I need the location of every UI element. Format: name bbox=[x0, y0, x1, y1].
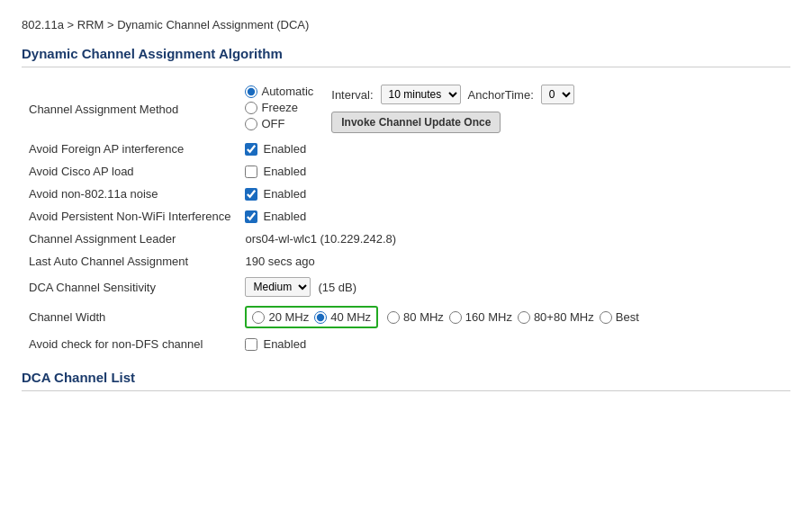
avoid-persistent-checkbox-label[interactable]: Enabled bbox=[245, 210, 783, 223]
channel-assignment-method-row: Channel Assignment Method Automatic Free… bbox=[22, 80, 790, 138]
channel-width-value: 20 MHz 40 MHz 80 MHz 160 MHz bbox=[238, 301, 790, 333]
channel-assignment-leader-label: Channel Assignment Leader bbox=[22, 228, 238, 250]
avoid-non-dfs-row: Avoid check for non-DFS channel Enabled bbox=[22, 333, 790, 355]
interval-anchor-row: Interval: 10 minutes 1 minutes 5 minutes… bbox=[331, 85, 573, 104]
channel-assignment-leader-value: ors04-wl-wlc1 (10.229.242.8) bbox=[238, 228, 790, 250]
avoid-foreign-ap-checkbox-label[interactable]: Enabled bbox=[245, 142, 783, 156]
avoid-cisco-ap-checkbox[interactable] bbox=[245, 166, 257, 178]
section1-title: Dynamic Channel Assignment Algorithm bbox=[22, 46, 790, 67]
avoid-cisco-ap-checkbox-label[interactable]: Enabled bbox=[245, 165, 783, 178]
radio-freeze-input[interactable] bbox=[245, 102, 257, 114]
avoid-foreign-ap-row: Avoid Foreign AP interference Enabled bbox=[22, 138, 790, 160]
width-best[interactable]: Best bbox=[600, 310, 639, 324]
radio-automatic[interactable]: Automatic bbox=[245, 85, 313, 98]
avoid-non-80211a-checkbox[interactable] bbox=[245, 188, 257, 201]
radio-automatic-label: Automatic bbox=[261, 85, 313, 98]
dca-sensitivity-row: DCA Channel Sensitivity Medium Low High … bbox=[22, 273, 790, 301]
channel-assignment-leader-row: Channel Assignment Leader ors04-wl-wlc1 … bbox=[22, 228, 790, 250]
radio-40mhz[interactable] bbox=[314, 311, 327, 324]
width-40mhz-label: 40 MHz bbox=[330, 310, 371, 324]
dca-sensitivity-value: Medium Low High (15 dB) bbox=[238, 273, 790, 301]
avoid-foreign-ap-enabled: Enabled bbox=[263, 142, 306, 156]
channel-width-options: 20 MHz 40 MHz 80 MHz 160 MHz bbox=[245, 306, 783, 328]
last-auto-channel-value: 190 secs ago bbox=[238, 250, 790, 273]
avoid-non-dfs-checkbox-label[interactable]: Enabled bbox=[245, 337, 783, 351]
interval-select[interactable]: 10 minutes 1 minutes 5 minutes 30 minute… bbox=[381, 85, 461, 104]
avoid-persistent-label: Avoid Persistent Non-WiFi Interference bbox=[22, 205, 238, 228]
avoid-non-dfs-value: Enabled bbox=[238, 333, 790, 355]
radio-off-input[interactable] bbox=[245, 118, 257, 130]
channel-assignment-method-label: Channel Assignment Method bbox=[22, 80, 238, 138]
avoid-persistent-checkbox[interactable] bbox=[245, 210, 257, 223]
radio-off[interactable]: OFF bbox=[245, 117, 313, 130]
avoid-cisco-ap-row: Avoid Cisco AP load Enabled bbox=[22, 160, 790, 183]
radio-off-label: OFF bbox=[261, 117, 284, 130]
anchor-time-select[interactable]: 0123 4567 bbox=[541, 85, 574, 104]
radio-freeze[interactable]: Freeze bbox=[245, 101, 313, 114]
dca-sensitivity-select[interactable]: Medium Low High bbox=[245, 277, 311, 297]
channel-width-label: Channel Width bbox=[22, 301, 238, 333]
dca-sensitivity-label: DCA Channel Sensitivity bbox=[22, 273, 238, 301]
width-20mhz-label: 20 MHz bbox=[268, 310, 309, 324]
width-80mhz[interactable]: 80 MHz bbox=[387, 310, 444, 324]
avoid-non-80211a-label: Avoid non-802.11a noise bbox=[22, 183, 238, 205]
radio-best[interactable] bbox=[600, 311, 612, 324]
channel-assignment-method-value: Automatic Freeze OFF Interval: bbox=[238, 80, 790, 138]
avoid-non-dfs-label: Avoid check for non-DFS channel bbox=[22, 333, 238, 355]
channel-method-radio-group: Automatic Freeze OFF bbox=[245, 85, 313, 130]
avoid-cisco-ap-value: Enabled bbox=[238, 160, 790, 183]
invoke-channel-update-button[interactable]: Invoke Channel Update Once bbox=[331, 112, 501, 133]
width-best-label: Best bbox=[616, 310, 639, 324]
channel-width-row: Channel Width 20 MHz 40 MHz 80 bbox=[22, 301, 790, 333]
channel-width-highlighted: 20 MHz 40 MHz bbox=[245, 306, 378, 328]
avoid-foreign-ap-checkbox[interactable] bbox=[245, 143, 257, 156]
interval-label: Interval: bbox=[331, 88, 373, 102]
interval-invoke-group: Interval: 10 minutes 1 minutes 5 minutes… bbox=[331, 85, 573, 133]
avoid-non-dfs-checkbox[interactable] bbox=[245, 338, 257, 351]
width-160mhz[interactable]: 160 MHz bbox=[449, 310, 512, 324]
width-80mhz-label: 80 MHz bbox=[403, 310, 444, 324]
width-20mhz[interactable]: 20 MHz bbox=[252, 310, 309, 324]
invoke-row: Invoke Channel Update Once bbox=[331, 112, 573, 133]
avoid-non-dfs-enabled: Enabled bbox=[263, 337, 306, 351]
avoid-persistent-row: Avoid Persistent Non-WiFi Interference E… bbox=[22, 205, 790, 228]
width-80plus80mhz[interactable]: 80+80 MHz bbox=[518, 310, 594, 324]
avoid-non-80211a-enabled: Enabled bbox=[263, 187, 306, 201]
avoid-foreign-ap-value: Enabled bbox=[238, 138, 790, 160]
radio-80mhz[interactable] bbox=[387, 311, 400, 324]
avoid-persistent-value: Enabled bbox=[238, 205, 790, 228]
section2-title: DCA Channel List bbox=[22, 370, 790, 391]
extra-widths: 80 MHz 160 MHz 80+80 MHz Best bbox=[387, 310, 639, 324]
radio-160mhz[interactable] bbox=[449, 311, 462, 324]
last-auto-channel-label: Last Auto Channel Assignment bbox=[22, 250, 238, 273]
avoid-cisco-ap-label: Avoid Cisco AP load bbox=[22, 160, 238, 183]
width-40mhz[interactable]: 40 MHz bbox=[314, 310, 371, 324]
anchor-time-label: AnchorTime: bbox=[468, 88, 534, 102]
avoid-persistent-enabled: Enabled bbox=[263, 210, 306, 223]
radio-freeze-label: Freeze bbox=[261, 101, 297, 114]
breadcrumb: 802.11a > RRM > Dynamic Channel Assignme… bbox=[22, 18, 790, 31]
width-160mhz-label: 160 MHz bbox=[465, 310, 512, 324]
avoid-non-80211a-row: Avoid non-802.11a noise Enabled bbox=[22, 183, 790, 205]
avoid-non-80211a-checkbox-label[interactable]: Enabled bbox=[245, 187, 783, 201]
radio-20mhz[interactable] bbox=[252, 311, 265, 324]
avoid-cisco-ap-enabled: Enabled bbox=[263, 165, 306, 178]
avoid-non-80211a-value: Enabled bbox=[238, 183, 790, 205]
avoid-foreign-ap-label: Avoid Foreign AP interference bbox=[22, 138, 238, 160]
radio-automatic-input[interactable] bbox=[245, 85, 257, 98]
dca-form: Channel Assignment Method Automatic Free… bbox=[22, 80, 790, 355]
radio-80plus80mhz[interactable] bbox=[518, 311, 530, 324]
width-80plus80mhz-label: 80+80 MHz bbox=[534, 310, 594, 324]
last-auto-channel-row: Last Auto Channel Assignment 190 secs ag… bbox=[22, 250, 790, 273]
dca-sensitivity-db: (15 dB) bbox=[318, 281, 356, 294]
sensitivity-row: Medium Low High (15 dB) bbox=[245, 277, 783, 297]
